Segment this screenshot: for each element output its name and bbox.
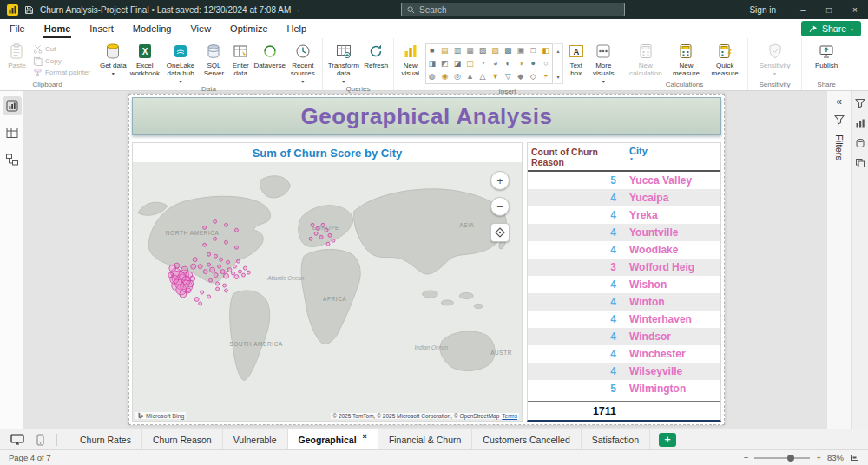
menu-tab-home[interactable]: Home bbox=[35, 19, 81, 38]
map-zoom-in-button[interactable]: + bbox=[490, 171, 510, 190]
visual-type-icon[interactable]: ◑ bbox=[518, 60, 523, 68]
visual-type-icon[interactable]: ▤ bbox=[441, 47, 449, 55]
close-page-icon[interactable]: × bbox=[363, 432, 367, 441]
filters-pane-icon[interactable] bbox=[855, 98, 865, 108]
page-tab-geographical[interactable]: Geographical× bbox=[288, 429, 378, 449]
page-tab-vulnerable[interactable]: Vulnerable bbox=[223, 429, 288, 449]
page-tab-financial-churn[interactable]: Financial & Churn bbox=[378, 429, 472, 449]
world-map[interactable]: NORTH AMERICAEUROPEASIAAFRICASOUTH AMERI… bbox=[133, 162, 522, 421]
visual-type-icon[interactable]: ◕ bbox=[493, 60, 497, 68]
new-visual-button[interactable]: New visual bbox=[397, 41, 424, 88]
visual-type-icon[interactable]: ◩ bbox=[441, 60, 449, 68]
table-row[interactable]: 4Yreka bbox=[528, 206, 720, 224]
zoom-in-button[interactable]: + bbox=[816, 453, 821, 462]
text-box-button[interactable]: A Text box bbox=[563, 41, 589, 88]
table-row[interactable]: 4Yountville bbox=[528, 224, 720, 241]
chevron-down-icon[interactable]: ▾ bbox=[297, 7, 299, 13]
table-visual[interactable]: Count of Churn Reason City ▼ 5Yucca Vall… bbox=[527, 142, 721, 422]
visual-type-icon[interactable]: ◧ bbox=[542, 47, 550, 55]
visual-type-icon[interactable]: ▣ bbox=[516, 47, 524, 55]
table-row[interactable]: 4Winterhaven bbox=[528, 311, 720, 328]
selection-pane-icon[interactable] bbox=[855, 158, 865, 168]
get-data-button[interactable]: Get data▾ bbox=[98, 41, 128, 85]
table-header[interactable]: Count of Churn Reason City ▼ bbox=[528, 143, 720, 172]
menu-tab-file[interactable]: File bbox=[0, 19, 35, 38]
transform-data-button[interactable]: Transform data▾ bbox=[326, 41, 361, 85]
table-row[interactable]: 5Wilmington bbox=[528, 380, 720, 397]
quick-measure-button[interactable]: Quick measure bbox=[705, 41, 745, 81]
report-page[interactable]: Geographical Analysis Sum of Churn Score… bbox=[128, 94, 725, 425]
new-measure-button[interactable]: New measure bbox=[667, 41, 706, 81]
minimize-button[interactable]: – bbox=[790, 0, 816, 19]
visual-type-icon[interactable]: ◍ bbox=[429, 73, 436, 81]
save-icon[interactable] bbox=[24, 5, 34, 15]
dataverse-button[interactable]: Dataverse bbox=[253, 41, 286, 85]
visual-type-icon[interactable]: ■ bbox=[430, 47, 434, 55]
cut-button[interactable]: Cut bbox=[33, 44, 90, 54]
map-mode-button[interactable] bbox=[490, 223, 510, 242]
zoom-slider-thumb[interactable] bbox=[787, 455, 794, 462]
data-pane-icon[interactable] bbox=[855, 138, 865, 148]
sign-in-button[interactable]: Sign in bbox=[749, 5, 776, 15]
visual-type-icon[interactable]: ▽ bbox=[505, 73, 511, 81]
visual-type-icon[interactable]: ▥ bbox=[454, 47, 462, 55]
mobile-layout-icon[interactable] bbox=[36, 434, 44, 446]
paste-button[interactable]: Paste bbox=[3, 41, 31, 81]
close-button[interactable]: × bbox=[842, 0, 868, 19]
visual-type-icon[interactable]: ▧ bbox=[479, 47, 487, 55]
visualizations-pane-icon[interactable] bbox=[855, 118, 865, 128]
column-header-city[interactable]: City ▼ bbox=[625, 143, 720, 170]
report-view-button[interactable] bbox=[3, 96, 22, 115]
menu-tab-modeling[interactable]: Modeling bbox=[123, 19, 181, 38]
map-visual[interactable]: Sum of Churn Score by City bbox=[132, 142, 523, 422]
menu-tab-optimize[interactable]: Optimize bbox=[220, 19, 277, 38]
page-title-banner[interactable]: Geographical Analysis bbox=[132, 97, 721, 135]
visual-type-icon[interactable]: ◎ bbox=[454, 73, 461, 81]
terms-link[interactable]: Terms bbox=[502, 413, 517, 419]
new-calculation-button[interactable]: New calculation bbox=[624, 41, 667, 81]
table-row[interactable]: 4Woodlake bbox=[528, 241, 720, 259]
filter-funnel-icon[interactable] bbox=[834, 115, 845, 125]
table-row[interactable]: 4Winchester bbox=[528, 345, 720, 363]
map-body[interactable]: NORTH AMERICAEUROPEASIAAFRICASOUTH AMERI… bbox=[133, 162, 522, 421]
page-tab-churn-reason[interactable]: Churn Reason bbox=[142, 429, 223, 449]
search-input[interactable] bbox=[419, 5, 602, 15]
visual-type-icon[interactable]: ◪ bbox=[454, 60, 462, 68]
visual-type-icon[interactable]: ○ bbox=[543, 60, 548, 68]
zoom-level[interactable]: 83% bbox=[827, 453, 844, 462]
excel-workbook-button[interactable]: X Excel workbook bbox=[128, 41, 161, 85]
visual-type-icon[interactable]: ▦ bbox=[466, 47, 474, 55]
visual-type-icon[interactable]: ◓ bbox=[543, 73, 548, 81]
desktop-layout-icon[interactable] bbox=[10, 434, 24, 445]
visual-type-icon[interactable]: ◫ bbox=[466, 60, 474, 68]
visual-type-icon[interactable]: ◐ bbox=[505, 60, 510, 68]
filters-pane-label[interactable]: Filters bbox=[834, 134, 845, 160]
page-tab-satisfaction[interactable]: Satisfaction bbox=[582, 429, 650, 449]
table-row[interactable]: 4Wilseyville bbox=[528, 363, 720, 380]
chevron-down-icon[interactable]: ▾ bbox=[557, 74, 560, 80]
table-row[interactable]: 5Yucca Valley bbox=[528, 172, 720, 189]
table-row[interactable]: 4Windsor bbox=[528, 328, 720, 345]
expand-pane-icon[interactable]: « bbox=[836, 96, 842, 107]
enter-data-button[interactable]: Enter data bbox=[228, 41, 253, 85]
column-header-count[interactable]: Count of Churn Reason bbox=[528, 143, 625, 170]
page-tab-churn-rates[interactable]: Churn Rates bbox=[69, 429, 142, 449]
visual-type-icon[interactable]: ◆ bbox=[517, 73, 523, 81]
visual-type-icon[interactable]: □ bbox=[531, 47, 536, 55]
visual-type-icon[interactable]: ◔ bbox=[480, 60, 484, 68]
visual-type-icon[interactable]: ● bbox=[531, 60, 536, 68]
visual-type-icon[interactable]: ▼ bbox=[491, 73, 499, 81]
page-tab-customers-cancelled[interactable]: Customers Cancelled bbox=[472, 429, 581, 449]
table-row[interactable]: 4Wishon bbox=[528, 276, 720, 293]
format-painter-button[interactable]: Format painter bbox=[33, 68, 90, 77]
share-button[interactable]: Share ▾ bbox=[801, 21, 861, 36]
table-view-button[interactable] bbox=[3, 123, 22, 142]
report-canvas[interactable]: Geographical Analysis Sum of Churn Score… bbox=[24, 91, 826, 429]
menu-tab-view[interactable]: View bbox=[181, 19, 220, 38]
zoom-out-button[interactable]: − bbox=[744, 453, 749, 462]
refresh-button[interactable]: Refresh bbox=[361, 41, 391, 85]
search-box[interactable] bbox=[401, 3, 625, 16]
menu-tab-help[interactable]: Help bbox=[278, 19, 317, 38]
more-visuals-button[interactable]: More visuals▾ bbox=[589, 41, 618, 88]
visual-type-icon[interactable]: ◇ bbox=[530, 73, 536, 81]
